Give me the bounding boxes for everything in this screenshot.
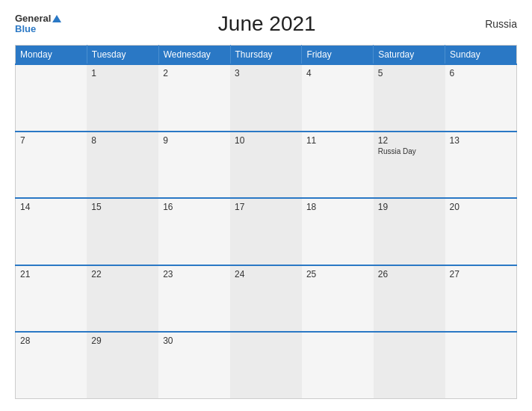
table-row: 7 <box>16 132 87 199</box>
day-number: 26 <box>378 269 441 279</box>
table-row: 13 <box>445 132 517 199</box>
day-number: 11 <box>306 135 369 146</box>
table-row: 27 <box>445 265 517 333</box>
col-friday: Friday <box>302 46 374 65</box>
table-row: 2 <box>158 64 230 132</box>
day-number: 24 <box>235 269 297 279</box>
col-monday: Monday <box>16 46 87 65</box>
col-sunday: Sunday <box>445 46 517 65</box>
calendar-week-row: 21222324252627 <box>16 265 517 333</box>
table-row <box>302 332 374 399</box>
table-row: 10 <box>230 132 302 199</box>
day-number: 20 <box>450 202 512 212</box>
table-row: 25 <box>302 265 374 333</box>
logo-triangle-icon <box>52 15 61 22</box>
day-number: 8 <box>91 135 154 146</box>
table-row: 11 <box>302 132 374 199</box>
day-number: 21 <box>20 269 82 279</box>
table-row: 28 <box>16 332 87 399</box>
day-number: 12 <box>378 135 441 146</box>
day-number: 2 <box>163 68 226 78</box>
day-number: 7 <box>20 135 82 146</box>
table-row: 26 <box>374 265 445 333</box>
header: General Blue June 2021 Russia <box>15 12 517 36</box>
table-row: 17 <box>230 198 302 265</box>
day-number: 17 <box>235 202 297 212</box>
day-number: 1 <box>91 68 154 78</box>
day-number: 6 <box>450 68 512 78</box>
day-number: 22 <box>91 269 154 279</box>
day-number: 25 <box>306 269 369 279</box>
day-number: 3 <box>235 68 297 78</box>
table-row: 3 <box>230 64 302 132</box>
col-tuesday: Tuesday <box>87 46 158 65</box>
calendar-week-row: 789101112Russia Day13 <box>16 132 517 199</box>
col-wednesday: Wednesday <box>158 46 230 65</box>
table-row: 14 <box>16 198 87 265</box>
logo-general-text: General <box>15 13 51 24</box>
calendar-page: General Blue June 2021 Russia Monday Tue… <box>0 0 532 411</box>
table-row: 30 <box>158 332 230 399</box>
table-row: 12Russia Day <box>374 132 445 199</box>
table-row: 19 <box>374 198 445 265</box>
table-row: 29 <box>87 332 158 399</box>
table-row: 4 <box>302 64 374 132</box>
table-row: 16 <box>158 198 230 265</box>
logo: General Blue <box>15 13 61 35</box>
calendar-header-row: Monday Tuesday Wednesday Thursday Friday… <box>16 46 517 65</box>
day-number: 28 <box>20 336 82 346</box>
table-row <box>230 332 302 399</box>
day-number: 10 <box>235 135 297 146</box>
table-row: 24 <box>230 265 302 333</box>
table-row <box>16 64 87 132</box>
day-number: 9 <box>163 135 226 146</box>
day-number: 30 <box>163 336 226 346</box>
table-row: 23 <box>158 265 230 333</box>
day-number: 15 <box>91 202 154 212</box>
day-number: 19 <box>378 202 441 212</box>
calendar-table: Monday Tuesday Wednesday Thursday Friday… <box>15 45 517 399</box>
day-number: 27 <box>450 269 512 279</box>
table-row: 5 <box>374 64 445 132</box>
table-row: 20 <box>445 198 517 265</box>
logo-blue-text: Blue <box>15 24 36 34</box>
day-number: 13 <box>450 135 512 146</box>
table-row: 22 <box>87 265 158 333</box>
day-number: 29 <box>91 336 154 346</box>
day-number: 16 <box>163 202 226 212</box>
table-row: 8 <box>87 132 158 199</box>
calendar-week-row: 282930 <box>16 332 517 399</box>
day-event: Russia Day <box>378 147 441 155</box>
table-row: 6 <box>445 64 517 132</box>
day-number: 4 <box>306 68 369 78</box>
table-row: 1 <box>87 64 158 132</box>
day-number: 5 <box>378 68 441 78</box>
table-row: 9 <box>158 132 230 199</box>
table-row <box>445 332 517 399</box>
month-title: June 2021 <box>61 12 472 36</box>
table-row: 18 <box>302 198 374 265</box>
day-number: 23 <box>163 269 226 279</box>
calendar-week-row: 123456 <box>16 64 517 132</box>
country-label: Russia <box>472 18 517 30</box>
col-saturday: Saturday <box>374 46 445 65</box>
table-row: 21 <box>16 265 87 333</box>
day-number: 14 <box>20 202 82 212</box>
calendar-week-row: 14151617181920 <box>16 198 517 265</box>
col-thursday: Thursday <box>230 46 302 65</box>
day-number: 18 <box>306 202 369 212</box>
table-row <box>374 332 445 399</box>
table-row: 15 <box>87 198 158 265</box>
